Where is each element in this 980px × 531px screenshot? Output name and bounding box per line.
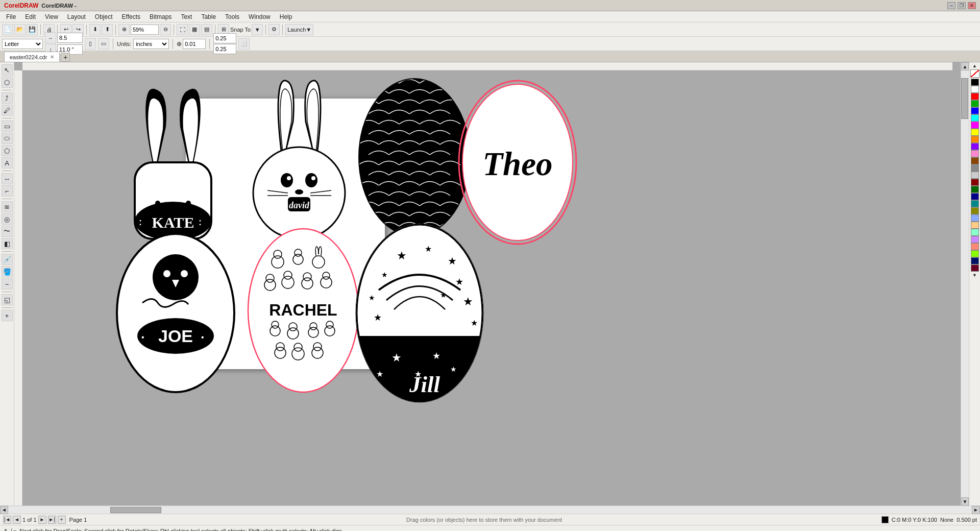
palette-scroll-down[interactable]: ▼	[972, 273, 977, 278]
page-width-input[interactable]	[57, 33, 83, 43]
shadow-tool[interactable]: ◧	[2, 238, 13, 249]
hscroll-left[interactable]: ◄	[0, 506, 8, 514]
color-darkgreen[interactable]	[971, 186, 979, 193]
transparency-tool[interactable]: ◱	[2, 294, 13, 305]
menu-window[interactable]: Window	[244, 12, 275, 21]
add-plus[interactable]: +	[2, 310, 13, 321]
paintbucket-tool[interactable]: 🪣	[2, 266, 13, 277]
node-tool[interactable]: ⬡	[2, 77, 13, 88]
color-green[interactable]	[971, 100, 979, 107]
color-pink[interactable]	[971, 150, 979, 157]
blend-tool[interactable]: ≋	[2, 201, 13, 212]
color-mint[interactable]	[971, 229, 979, 236]
freehand-tool[interactable]: ⤴	[2, 92, 13, 104]
dimension-tool[interactable]: ↔	[2, 173, 13, 184]
minimize-button[interactable]: ─	[947, 2, 955, 9]
rectangle-tool[interactable]: ▭	[2, 120, 13, 132]
color-maroon[interactable]	[971, 264, 979, 272]
color-lime[interactable]	[971, 250, 979, 257]
save-button[interactable]: 💾	[27, 24, 38, 35]
color-black[interactable]	[971, 79, 979, 86]
color-gray[interactable]	[971, 164, 979, 172]
snap-dropdown[interactable]: ▼	[252, 24, 263, 35]
color-olive[interactable]	[971, 207, 979, 214]
scroll-up-button[interactable]: ▲	[961, 62, 969, 70]
page-border-toggle[interactable]: ⬜	[238, 38, 250, 50]
next-page-button[interactable]: ►	[38, 516, 46, 524]
vertical-scrollbar[interactable]: ▲ ▼	[961, 62, 969, 505]
hscroll-thumb[interactable]	[110, 507, 161, 513]
menu-edit[interactable]: Edit	[21, 12, 40, 21]
eyedropper-tool[interactable]: 💉	[2, 254, 13, 265]
color-purple[interactable]	[971, 143, 979, 150]
zoom-out[interactable]: ⊖	[160, 24, 171, 35]
color-brown[interactable]	[971, 157, 979, 164]
menu-help[interactable]: Help	[276, 12, 297, 21]
scroll-down-button[interactable]: ▼	[961, 497, 969, 505]
menu-object[interactable]: Object	[91, 12, 117, 21]
portrait-button[interactable]: ▯	[85, 38, 96, 50]
restore-button[interactable]: ❐	[958, 2, 966, 9]
dup-dist1-input[interactable]	[213, 33, 236, 43]
color-navy[interactable]	[971, 257, 979, 264]
new-tab-button[interactable]: +	[61, 53, 70, 62]
color-teal[interactable]	[971, 200, 979, 207]
paper-size-select[interactable]: Letter	[2, 39, 43, 49]
horizontal-scrollbar[interactable]: ◄ ►	[0, 505, 980, 514]
menu-bitmaps[interactable]: Bitmaps	[145, 12, 176, 21]
smart-draw-tool[interactable]: 🖊	[2, 105, 13, 116]
contour-tool[interactable]: ◎	[2, 213, 13, 225]
color-darkblue[interactable]	[971, 193, 979, 200]
document-tab[interactable]: easter0224.cdr ✕	[4, 52, 60, 62]
distort-tool[interactable]: 〜	[2, 226, 13, 237]
nudge-input[interactable]	[183, 39, 206, 49]
zoom-in[interactable]: ⊕	[118, 24, 130, 35]
hscroll-right[interactable]: ►	[972, 506, 980, 514]
view-toggle2[interactable]: ▤	[201, 24, 212, 35]
menu-effects[interactable]: Effects	[118, 12, 144, 21]
canvas-area[interactable]: : : KATE	[14, 62, 961, 505]
options-button[interactable]: ⚙	[268, 24, 280, 35]
launch-button[interactable]: Launch ▼	[285, 24, 313, 35]
export-button[interactable]: ⬆	[102, 24, 113, 35]
color-lavender[interactable]	[971, 236, 979, 243]
ellipse-tool[interactable]: ⬭	[2, 133, 13, 144]
color-darkred[interactable]	[971, 179, 979, 186]
dup-dist2-input[interactable]	[213, 44, 236, 54]
hscroll-track[interactable]	[8, 506, 972, 514]
connector-tool[interactable]: ⌐	[2, 185, 13, 197]
color-cyan[interactable]	[971, 114, 979, 122]
color-lightgray[interactable]	[971, 172, 979, 179]
open-button[interactable]: 📂	[14, 24, 26, 35]
menu-text[interactable]: Text	[177, 12, 196, 21]
new-button[interactable]: 📄	[2, 24, 13, 35]
zoom-input[interactable]	[131, 25, 159, 35]
full-screen[interactable]: ⛶	[177, 24, 188, 35]
color-magenta[interactable]	[971, 122, 979, 129]
color-orange[interactable]	[971, 136, 979, 143]
color-blue[interactable]	[971, 107, 979, 114]
polygon-tool[interactable]: ⬠	[2, 145, 13, 156]
last-page-button[interactable]: ►|	[48, 516, 56, 524]
landscape-button[interactable]: ▭	[98, 38, 109, 50]
scroll-track[interactable]	[961, 70, 969, 497]
color-lightblue[interactable]	[971, 214, 979, 222]
color-salmon[interactable]	[971, 243, 979, 250]
width-lock[interactable]: ↔	[45, 32, 56, 43]
palette-scroll-up[interactable]: ▲	[972, 63, 977, 68]
smear-tool[interactable]: ~	[2, 278, 13, 289]
menu-view[interactable]: View	[41, 12, 62, 21]
color-peach[interactable]	[971, 222, 979, 229]
add-page-button[interactable]: +	[58, 516, 66, 524]
menu-file[interactable]: File	[2, 12, 20, 21]
import-button[interactable]: ⬇	[89, 24, 101, 35]
menu-layout[interactable]: Layout	[63, 12, 90, 21]
color-red[interactable]	[971, 93, 979, 100]
menu-tools[interactable]: Tools	[221, 12, 243, 21]
view-toggle[interactable]: ▦	[189, 24, 200, 35]
select-tool[interactable]: ↖	[2, 64, 13, 76]
units-select[interactable]: inches	[133, 39, 169, 49]
text-tool[interactable]: A	[2, 157, 13, 168]
tab-close-icon[interactable]: ✕	[50, 54, 54, 60]
color-white[interactable]	[971, 86, 979, 93]
